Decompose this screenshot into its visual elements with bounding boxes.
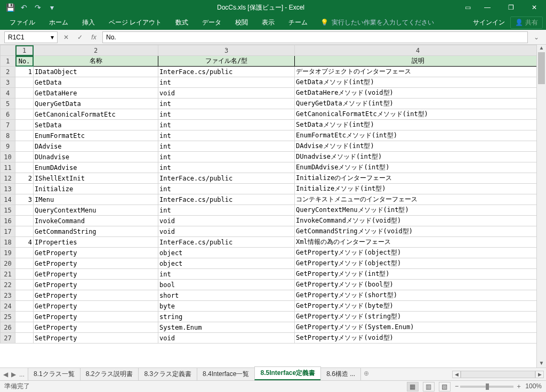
cell[interactable]: InterFace.cs/public bbox=[158, 67, 295, 77]
scroll-up-arrow[interactable]: ▲ bbox=[537, 45, 546, 52]
cell[interactable]: EnumDAdvise bbox=[34, 162, 158, 173]
cell[interactable]: GetPropertyメソッド(byte型) bbox=[295, 301, 537, 312]
cell[interactable]: int bbox=[158, 184, 295, 194]
cell[interactable]: string bbox=[158, 312, 295, 322]
cell[interactable]: SetDataメソッド(int型) bbox=[295, 120, 537, 130]
cell[interactable]: IMenu bbox=[34, 194, 158, 205]
undo-button[interactable]: ↶ bbox=[18, 2, 30, 13]
maximize-button[interactable]: ❐ bbox=[499, 0, 523, 15]
cell[interactable]: InterFace.cs/public bbox=[158, 194, 295, 205]
cell[interactable]: GetPropertyメソッド(int型) bbox=[295, 269, 537, 280]
cell[interactable]: GetCommandStringメソッド(void型) bbox=[295, 226, 537, 237]
cell[interactable]: SetData bbox=[34, 120, 158, 130]
row-header[interactable]: 15 bbox=[1, 205, 15, 216]
row-header[interactable]: 23 bbox=[1, 290, 15, 301]
row-header[interactable]: 17 bbox=[1, 226, 15, 237]
column-header[interactable]: 2 bbox=[34, 45, 158, 56]
cell[interactable] bbox=[15, 269, 34, 280]
zoom-out-button[interactable]: − bbox=[455, 382, 459, 390]
row-header[interactable]: 11 bbox=[1, 162, 15, 173]
cell[interactable] bbox=[15, 152, 34, 162]
cell[interactable] bbox=[15, 248, 34, 258]
view-page-break-button[interactable]: ▧ bbox=[439, 382, 451, 391]
cell[interactable] bbox=[15, 184, 34, 194]
sheet-tab[interactable]: 8.3クラス定義書 bbox=[138, 368, 197, 380]
row-header[interactable]: 13 bbox=[1, 184, 15, 194]
row-header[interactable]: 20 bbox=[1, 258, 15, 269]
cell[interactable] bbox=[15, 99, 34, 109]
cell[interactable]: EnumFormatEtc bbox=[34, 130, 158, 141]
ribbon-tab-ファイル[interactable]: ファイル bbox=[3, 15, 42, 30]
ribbon-tab-挿入[interactable]: 挿入 bbox=[76, 15, 101, 30]
row-header[interactable]: 26 bbox=[1, 322, 15, 333]
sheet-tab[interactable]: 8.1クラス一覧 bbox=[28, 368, 81, 380]
cell[interactable]: GetProperty bbox=[34, 280, 158, 290]
cell[interactable] bbox=[15, 301, 34, 312]
cell[interactable]: IShellExtInit bbox=[34, 173, 158, 184]
row-header[interactable]: 19 bbox=[1, 248, 15, 258]
cancel-formula-button[interactable]: ✕ bbox=[61, 34, 71, 41]
cell[interactable]: GetPropertyメソッド(short型) bbox=[295, 290, 537, 301]
row-header[interactable]: 8 bbox=[1, 130, 15, 141]
hscroll-right[interactable]: ▶ bbox=[535, 371, 544, 378]
cell[interactable]: byte bbox=[158, 301, 295, 312]
add-sheet-button[interactable]: ⊕ bbox=[360, 368, 372, 380]
zoom-in-button[interactable]: ＋ bbox=[516, 382, 522, 390]
cell[interactable] bbox=[15, 77, 34, 88]
cell[interactable] bbox=[15, 333, 34, 344]
sheet-nav-prev[interactable]: ◀ bbox=[3, 371, 8, 378]
cell[interactable] bbox=[15, 205, 34, 216]
cell[interactable]: データオブジェクトのインターフェース bbox=[295, 67, 537, 77]
cell[interactable]: GetProperty bbox=[34, 322, 158, 333]
cell[interactable]: QueryContextMenuメソッド(int型) bbox=[295, 205, 537, 216]
vertical-scrollbar[interactable]: ▲ ▼ bbox=[536, 45, 546, 368]
cell[interactable]: int bbox=[158, 77, 295, 88]
cell[interactable]: GetCanonicalFormatEtc bbox=[34, 109, 158, 120]
cell[interactable]: int bbox=[158, 130, 295, 141]
horizontal-scrollbar[interactable]: ◀ ▶ bbox=[372, 368, 546, 380]
cell[interactable]: GetDataHere bbox=[34, 88, 158, 99]
view-normal-button[interactable]: ▦ bbox=[407, 382, 419, 391]
row-header[interactable]: 16 bbox=[1, 216, 15, 226]
cell[interactable]: QueryGetDataメソッド(int型) bbox=[295, 99, 537, 109]
worksheet-grid[interactable]: 12341No.名称ファイル名/型説明21IDataObjectInterFac… bbox=[0, 45, 536, 368]
cell[interactable]: int bbox=[158, 120, 295, 130]
cell[interactable]: InterFace.cs/public bbox=[158, 173, 295, 184]
cell[interactable]: GetDataHereメソッド(void型) bbox=[295, 88, 537, 99]
ribbon-tab-ページ レイアウト[interactable]: ページ レイアウト bbox=[102, 15, 168, 30]
row-header[interactable]: 2 bbox=[1, 67, 15, 77]
expand-formula-bar[interactable]: ⌄ bbox=[531, 34, 542, 41]
cell[interactable]: DUnadviseメソッド(int型) bbox=[295, 152, 537, 162]
cell[interactable]: DUnadvise bbox=[34, 152, 158, 162]
row-header[interactable]: 21 bbox=[1, 269, 15, 280]
cell[interactable]: InvokeCommandメソッド(void型) bbox=[295, 216, 537, 226]
redo-button[interactable]: ↷ bbox=[32, 2, 44, 13]
cell[interactable]: InvokeCommand bbox=[34, 216, 158, 226]
cell[interactable]: EnumDAdviseメソッド(int型) bbox=[295, 162, 537, 173]
cell[interactable]: object bbox=[158, 248, 295, 258]
cell[interactable]: GetDataメソッド(int型) bbox=[295, 77, 537, 88]
cell[interactable]: GetPropertyメソッド(bool型) bbox=[295, 280, 537, 290]
cell[interactable] bbox=[15, 162, 34, 173]
cell[interactable]: DAdviseメソッド(int型) bbox=[295, 141, 537, 152]
cell[interactable] bbox=[15, 120, 34, 130]
cell[interactable]: int bbox=[158, 162, 295, 173]
ribbon-tab-ホーム[interactable]: ホーム bbox=[43, 15, 75, 30]
zoom-slider[interactable] bbox=[460, 386, 513, 388]
cell[interactable]: int bbox=[158, 152, 295, 162]
column-header[interactable]: 3 bbox=[158, 45, 295, 56]
cell[interactable]: short bbox=[158, 290, 295, 301]
cell[interactable] bbox=[15, 130, 34, 141]
cell[interactable] bbox=[15, 88, 34, 99]
row-header[interactable]: 25 bbox=[1, 312, 15, 322]
cell[interactable]: int bbox=[158, 109, 295, 120]
ribbon-tab-チーム[interactable]: チーム bbox=[282, 15, 314, 30]
row-header[interactable]: 3 bbox=[1, 77, 15, 88]
row-header[interactable]: 10 bbox=[1, 152, 15, 162]
cell[interactable]: GetProperty bbox=[34, 290, 158, 301]
enter-formula-button[interactable]: ✓ bbox=[75, 34, 85, 41]
cell[interactable]: void bbox=[158, 216, 295, 226]
cell[interactable]: IDataObject bbox=[34, 67, 158, 77]
cell[interactable]: Xml情報の為のインターフェース bbox=[295, 237, 537, 248]
row-header[interactable]: 9 bbox=[1, 141, 15, 152]
